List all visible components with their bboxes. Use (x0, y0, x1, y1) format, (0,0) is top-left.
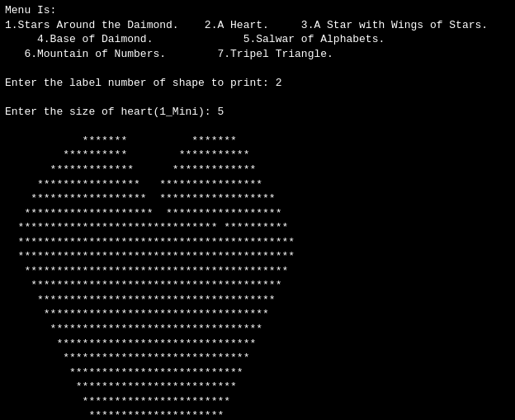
terminal-output: Menu Is: 1.Stars Around the Daimond. 2.A… (5, 3, 510, 420)
